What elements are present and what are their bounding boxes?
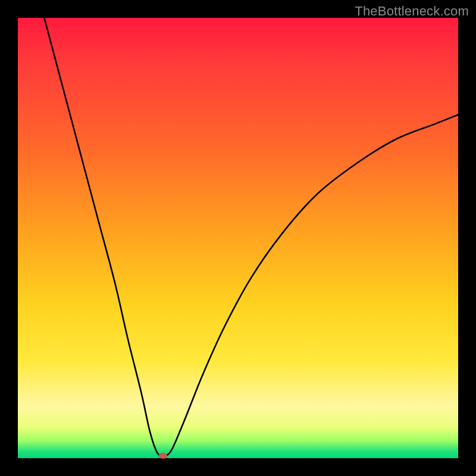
plot-area bbox=[18, 18, 458, 458]
watermark-text: TheBottleneck.com bbox=[355, 4, 469, 19]
chart-frame: TheBottleneck.com bbox=[0, 0, 476, 476]
bottleneck-curve bbox=[18, 18, 458, 458]
curve-path bbox=[44, 18, 458, 456]
